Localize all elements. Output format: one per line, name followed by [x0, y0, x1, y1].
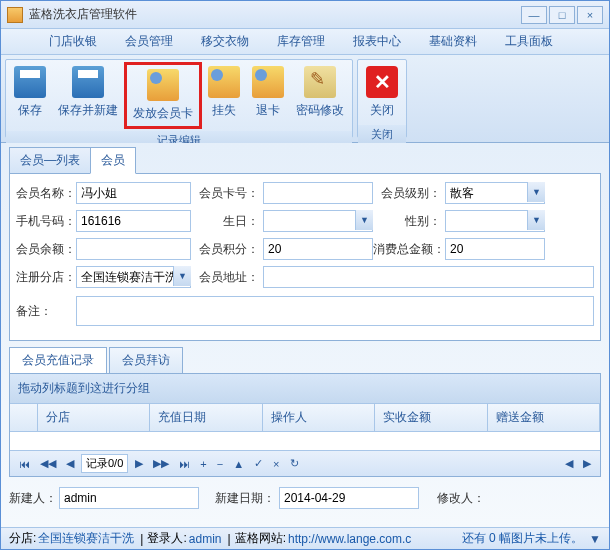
chevron-down-icon[interactable]: ▼	[173, 266, 191, 286]
status-login-label: 登录人:	[147, 530, 186, 547]
label-birthday: 生日：	[191, 213, 263, 230]
nav-next[interactable]: ▶	[132, 457, 146, 470]
menu-member[interactable]: 会员管理	[111, 29, 187, 54]
minimize-button[interactable]: —	[521, 6, 547, 24]
label-balance: 会员余额：	[16, 241, 76, 258]
input-address[interactable]	[263, 266, 594, 288]
tab-member-list[interactable]: 会员—列表	[9, 147, 91, 174]
label-gender: 性别：	[373, 213, 445, 230]
grid-nav: ⏮ ◀◀ ◀ 记录0/0 ▶ ▶▶ ⏭ + − ▲ ✓ × ↻ ◀ ▶	[10, 450, 600, 476]
menu-pos[interactable]: 门店收银	[35, 29, 111, 54]
nav-right[interactable]: ▶	[580, 457, 594, 470]
nav-check[interactable]: ✓	[251, 457, 266, 470]
menu-report[interactable]: 报表中心	[339, 29, 415, 54]
report-loss-button[interactable]: 挂失	[202, 62, 246, 123]
titlebar: 蓝格洗衣店管理软件 — □ ×	[1, 1, 609, 29]
loss-icon	[208, 66, 240, 98]
menu-inventory[interactable]: 库存管理	[263, 29, 339, 54]
col-operator[interactable]: 操作人	[263, 404, 375, 431]
chevron-down-icon[interactable]: ▼	[527, 182, 545, 202]
issue-card-button[interactable]: 发放会员卡	[124, 62, 202, 129]
grid-body	[10, 432, 600, 450]
col-date[interactable]: 充值日期	[150, 404, 262, 431]
maximize-button[interactable]: □	[549, 6, 575, 24]
input-creator[interactable]	[59, 487, 199, 509]
status-login[interactable]: admin	[189, 532, 222, 546]
nav-prev-page[interactable]: ◀◀	[37, 457, 59, 470]
label-creator: 新建人：	[9, 490, 59, 507]
tab-recharge[interactable]: 会员充值记录	[9, 347, 107, 374]
menu-base[interactable]: 基础资料	[415, 29, 491, 54]
input-phone[interactable]	[76, 210, 191, 232]
input-cardno[interactable]	[263, 182, 373, 204]
save-new-button[interactable]: 保存并新建	[52, 62, 124, 123]
tab-visit[interactable]: 会员拜访	[109, 347, 183, 374]
nav-first[interactable]: ⏮	[16, 458, 33, 470]
main-tabs: 会员—列表 会员	[9, 147, 601, 174]
label-branch: 注册分店：	[16, 269, 76, 286]
app-icon	[7, 7, 23, 23]
label-modifier: 修改人：	[419, 490, 489, 507]
chevron-down-icon[interactable]: ▼	[355, 210, 373, 230]
nav-left[interactable]: ◀	[562, 457, 576, 470]
col-bonus[interactable]: 赠送金额	[488, 404, 600, 431]
input-total[interactable]	[445, 238, 545, 260]
save-button[interactable]: 保存	[8, 62, 52, 123]
card-icon	[147, 69, 179, 101]
input-points[interactable]	[263, 238, 373, 260]
audit-row: 新建人： 新建日期： 修改人：	[9, 483, 601, 513]
label-address: 会员地址：	[191, 269, 263, 286]
menu-transfer[interactable]: 移交衣物	[187, 29, 263, 54]
input-name[interactable]	[76, 182, 191, 204]
return-icon	[252, 66, 284, 98]
nav-next-page[interactable]: ▶▶	[150, 457, 172, 470]
label-total: 消费总金额：	[373, 241, 445, 258]
statusbar: 分店: 全国连锁赛洁干洗 | 登录人: admin | 蓝格网站: http:/…	[1, 527, 609, 549]
nav-last[interactable]: ⏭	[176, 458, 193, 470]
label-points: 会员积分：	[191, 241, 263, 258]
status-upload[interactable]: 还有 0 幅图片未上传。	[462, 530, 583, 547]
save-new-icon	[72, 66, 104, 98]
label-cdate: 新建日期：	[199, 490, 279, 507]
tab-member-detail[interactable]: 会员	[90, 147, 136, 174]
chevron-down-icon[interactable]: ▼	[527, 210, 545, 230]
status-branch[interactable]: 全国连锁赛洁干洗	[38, 530, 134, 547]
edit-icon	[304, 66, 336, 98]
menubar: 门店收银 会员管理 移交衣物 库存管理 报表中心 基础资料 工具面板	[1, 29, 609, 55]
input-remark[interactable]	[76, 296, 594, 326]
recharge-grid: 拖动列标题到这进行分组 分店 充值日期 操作人 实收金额 赠送金额 ⏮ ◀◀ ◀…	[9, 373, 601, 477]
input-cdate[interactable]	[279, 487, 419, 509]
grid-groupbar[interactable]: 拖动列标题到这进行分组	[10, 374, 600, 404]
col-amount[interactable]: 实收金额	[375, 404, 487, 431]
save-icon	[14, 66, 46, 98]
ribbon-group-close: ✕ 关闭 关闭	[357, 59, 407, 138]
close-tab-button[interactable]: ✕ 关闭	[360, 62, 404, 123]
nav-remove[interactable]: −	[214, 458, 226, 470]
change-password-button[interactable]: 密码修改	[290, 62, 350, 123]
nav-cancel[interactable]: ×	[270, 458, 282, 470]
nav-add[interactable]: +	[197, 458, 209, 470]
status-site[interactable]: http://www.lange.com.c	[288, 532, 411, 546]
sub-tabs: 会员充值记录 会员拜访	[9, 347, 601, 374]
grid-header: 分店 充值日期 操作人 实收金额 赠送金额	[10, 404, 600, 432]
status-branch-label: 分店:	[9, 530, 36, 547]
nav-prev[interactable]: ◀	[63, 457, 77, 470]
label-level: 会员级别：	[373, 185, 445, 202]
close-button[interactable]: ×	[577, 6, 603, 24]
menu-tools[interactable]: 工具面板	[491, 29, 567, 54]
input-balance[interactable]	[76, 238, 191, 260]
close-icon: ✕	[366, 66, 398, 98]
label-remark: 备注：	[16, 303, 76, 320]
col-select[interactable]	[10, 404, 38, 431]
label-cardno: 会员卡号：	[191, 185, 263, 202]
member-form: 会员名称： 会员卡号： 会员级别： ▼ 手机号码： 生日： ▼ 性别： ▼ 会员…	[9, 173, 601, 341]
return-card-button[interactable]: 退卡	[246, 62, 290, 123]
status-site-label: 蓝格网站:	[235, 530, 286, 547]
col-branch[interactable]: 分店	[38, 404, 150, 431]
label-name: 会员名称：	[16, 185, 76, 202]
window-title: 蓝格洗衣店管理软件	[29, 6, 521, 23]
ribbon-group-close-label: 关闭	[358, 125, 406, 144]
label-phone: 手机号码：	[16, 213, 76, 230]
nav-refresh[interactable]: ↻	[287, 457, 302, 470]
nav-up[interactable]: ▲	[230, 458, 247, 470]
